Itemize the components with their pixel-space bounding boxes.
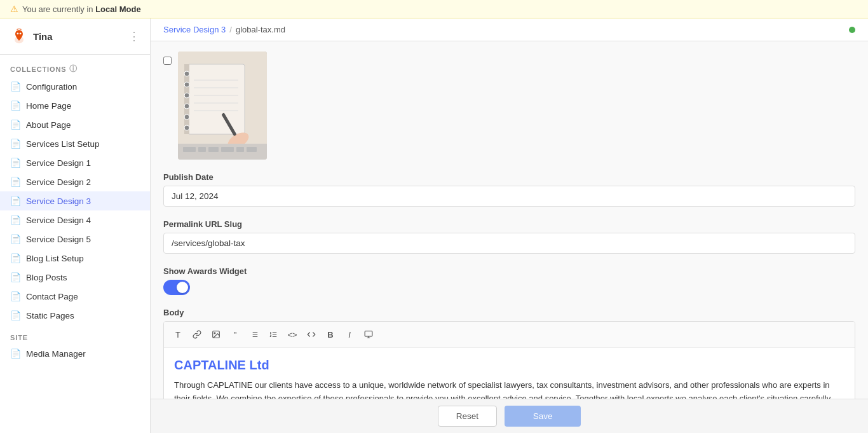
- sidebar-item-service-design-4[interactable]: 📄 Service Design 4: [0, 210, 150, 230]
- warning-bar: ⚠ You are currently in Local Mode: [0, 0, 868, 18]
- image-checkbox[interactable]: [163, 57, 172, 65]
- publish-date-field: Publish Date: [163, 172, 855, 207]
- body-label: Body: [163, 308, 855, 317]
- toggle-thumb: [177, 282, 188, 293]
- svg-rect-25: [247, 147, 257, 152]
- form-content: Publish Date Permalink URL Slug Show Awa…: [151, 41, 868, 399]
- editor-body[interactable]: CAPTALINE Ltd Through CAPLATINE our clie…: [164, 348, 855, 399]
- svg-rect-20: [183, 147, 196, 152]
- breadcrumb: Service Design 3 / global-tax.md: [163, 25, 285, 34]
- sidebar-brand: Tina: [10, 27, 53, 45]
- breadcrumb-separator: /: [229, 25, 232, 34]
- file-icon: 📄: [10, 177, 21, 187]
- sidebar-item-service-design-2[interactable]: 📄 Service Design 2: [0, 172, 150, 191]
- reset-button[interactable]: Reset: [438, 406, 497, 427]
- sidebar-item-configuration[interactable]: 📄 Configuration: [0, 77, 150, 96]
- image-thumbnail: [178, 52, 267, 160]
- save-button[interactable]: Save: [505, 406, 581, 427]
- svg-point-7: [184, 82, 189, 87]
- paragraph-btn[interactable]: T: [169, 326, 187, 343]
- sidebar-item-label: Configuration: [26, 82, 77, 92]
- sidebar-item-blog-posts[interactable]: 📄 Blog Posts: [0, 268, 150, 287]
- file-icon: 📄: [10, 158, 21, 168]
- sidebar: Tina ⋮ COLLECTIONS ⓘ 📄 Configuration 📄 H…: [0, 18, 151, 433]
- codeblock-btn[interactable]: [302, 326, 320, 343]
- sidebar-item-about-page[interactable]: 📄 About Page: [0, 115, 150, 134]
- content-area: Service Design 3 / global-tax.md: [151, 18, 868, 433]
- awards-widget-field: Show Awards Widget: [163, 266, 855, 295]
- editor-text: Through CAPLATINE our clients have acces…: [174, 379, 844, 399]
- awards-toggle[interactable]: [163, 280, 190, 295]
- file-icon: 📄: [10, 234, 21, 244]
- sidebar-menu-icon[interactable]: ⋮: [128, 29, 140, 43]
- sidebar-item-service-design-3[interactable]: 📄 Service Design 3: [0, 191, 150, 210]
- brand-name: Tina: [33, 31, 53, 42]
- main-scroll[interactable]: Publish Date Permalink URL Slug Show Awa…: [151, 41, 868, 399]
- svg-point-8: [184, 93, 189, 98]
- sidebar-item-label: Service Design 2: [26, 177, 91, 187]
- publish-date-input[interactable]: [163, 186, 855, 207]
- sidebar-item-label: Home Page: [26, 101, 71, 111]
- editor-toolbar: T ": [164, 322, 855, 348]
- collections-label: COLLECTIONS ⓘ: [0, 55, 150, 77]
- sidebar-item-services-list-setup[interactable]: 📄 Services List Setup: [0, 134, 150, 153]
- sidebar-item-service-design-5[interactable]: 📄 Service Design 5: [0, 230, 150, 249]
- sidebar-item-blog-list-setup[interactable]: 📄 Blog List Setup: [0, 249, 150, 268]
- notebook-image: [178, 52, 267, 160]
- sidebar-item-label: Service Design 4: [26, 216, 91, 225]
- permalink-input[interactable]: [163, 233, 855, 254]
- file-icon: 📄: [10, 291, 21, 301]
- sidebar-item-service-design-1[interactable]: 📄 Service Design 1: [0, 153, 150, 172]
- svg-rect-21: [198, 147, 206, 152]
- bold-btn[interactable]: B: [322, 326, 339, 343]
- file-icon: 📄: [10, 81, 21, 92]
- svg-point-2: [20, 32, 22, 34]
- status-dot: [849, 27, 855, 33]
- warning-icon: ⚠: [10, 4, 18, 14]
- file-icon: 📄: [10, 196, 21, 206]
- file-icon: 📄: [10, 120, 21, 130]
- italic-btn[interactable]: I: [341, 326, 358, 343]
- file-icon: 📄: [10, 100, 21, 111]
- svg-point-9: [184, 104, 189, 109]
- sidebar-item-home-page[interactable]: 📄 Home Page: [0, 96, 150, 115]
- sidebar-item-label: Static Pages: [26, 311, 74, 320]
- link-btn[interactable]: [188, 326, 206, 343]
- sidebar-item-static-pages[interactable]: 📄 Static Pages: [0, 306, 150, 325]
- quote-btn[interactable]: ": [226, 326, 244, 343]
- code-btn[interactable]: <>: [283, 326, 301, 343]
- permalink-field: Permalink URL Slug: [163, 219, 855, 254]
- svg-point-10: [184, 114, 189, 120]
- body-editor: T ": [163, 321, 855, 399]
- info-icon: ⓘ: [69, 64, 78, 74]
- body-field: Body T ": [163, 308, 855, 399]
- editor-title: CAPTALINE Ltd: [174, 358, 844, 373]
- svg-rect-22: [208, 147, 219, 152]
- sidebar-item-label: Media Manager: [26, 349, 86, 359]
- ol-btn[interactable]: [264, 326, 282, 343]
- embed-btn[interactable]: [360, 326, 377, 343]
- breadcrumb-parent[interactable]: Service Design 3: [163, 25, 226, 34]
- tina-logo: [10, 27, 28, 45]
- permalink-label: Permalink URL Slug: [163, 219, 855, 229]
- breadcrumb-bar: Service Design 3 / global-tax.md: [151, 18, 868, 41]
- sidebar-header: Tina ⋮: [0, 18, 150, 55]
- footer-bar: Reset Save: [151, 399, 868, 433]
- ul-btn[interactable]: [245, 326, 263, 343]
- file-icon: 📄: [10, 348, 21, 359]
- file-icon: 📄: [10, 310, 21, 320]
- sidebar-item-label: Service Design 3: [26, 196, 91, 206]
- svg-rect-4: [187, 64, 245, 134]
- sidebar-item-label: About Page: [26, 120, 71, 130]
- sidebar-item-label: Service Design 5: [26, 235, 91, 244]
- site-label: SITE: [0, 325, 150, 344]
- sidebar-item-label: Contact Page: [26, 292, 78, 301]
- breadcrumb-current: global-tax.md: [236, 25, 285, 34]
- image-btn[interactable]: [207, 326, 225, 343]
- image-thumb-inner: [178, 52, 267, 160]
- sidebar-item-contact-page[interactable]: 📄 Contact Page: [0, 287, 150, 306]
- file-icon: 📄: [10, 272, 21, 282]
- awards-toggle-container: [163, 280, 855, 295]
- sidebar-item-media-manager[interactable]: 📄 Media Manager: [0, 344, 150, 363]
- awards-label: Show Awards Widget: [163, 266, 855, 276]
